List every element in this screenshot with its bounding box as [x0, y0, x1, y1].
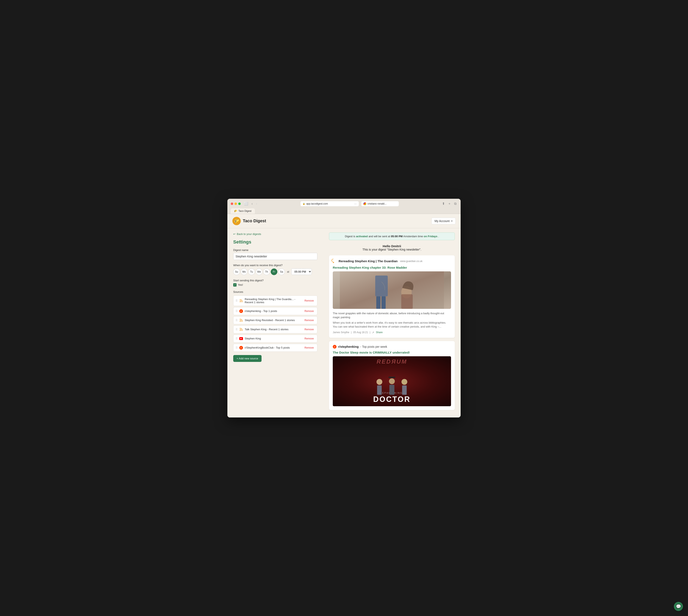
- share-link[interactable]: Share: [376, 331, 383, 334]
- source-item-reddit-skbc: ⠿ r r/StephenKingBookClub - Top 5 posts …: [233, 344, 317, 352]
- doctor-sleep-bg: REDЯUM: [333, 356, 451, 406]
- guardian-article-title[interactable]: Rereading Stephen King chapter 33: Rose …: [333, 266, 451, 269]
- browser-nav-icons: ⬜ ‹ ›: [243, 201, 258, 206]
- rss-card-icon-guardian: [333, 259, 337, 263]
- source-name-revisited: Stephen King Revisited - Recent 1 storie…: [245, 318, 302, 322]
- day-sa[interactable]: Sa: [278, 268, 285, 275]
- source-name-reddit-sk: r/stephenking - Top 1 posts: [245, 309, 302, 313]
- app-name: Taco Digest: [243, 219, 266, 223]
- close-button[interactable]: [231, 202, 233, 205]
- source-item-talk: ⠿ Talk Stephen King - Recent 1 stories R…: [233, 326, 317, 333]
- browser-tabs: 🌮 Taco Digest: [231, 208, 457, 214]
- reddit-card: r r/stephenking - Top posts per week The…: [329, 341, 455, 410]
- reddit-card-header: r r/stephenking - Top posts per week: [333, 345, 451, 349]
- day-tu[interactable]: Tu: [248, 268, 255, 275]
- back-link-text: Back to your digests: [237, 233, 261, 236]
- source-item-guardian: ⠿ Rereading Stephen King | The Guardia..…: [233, 295, 317, 306]
- minimize-button[interactable]: [235, 202, 237, 205]
- guardian-article-meta: James Smythe | 05 Aug 16:21 | ↗ Share: [333, 331, 451, 334]
- address-bar-more-icon[interactable]: ···: [354, 202, 357, 205]
- guardian-article-description: The novel grapples with the nature of do…: [333, 311, 451, 320]
- share-icon: ↗: [372, 331, 374, 334]
- settings-title: Settings: [233, 239, 317, 245]
- reddit-post-title[interactable]: The Doctor Sleep movie is CRIMINALLY und…: [333, 351, 451, 354]
- tab-overview-icon[interactable]: ⧉: [453, 201, 457, 206]
- source-name-reddit-skbc: r/StephenKingBookClub - Top 5 posts: [245, 346, 302, 349]
- yes-label: Yes!: [238, 283, 243, 286]
- greeting-name: Hello Dmitrii: [329, 244, 455, 248]
- active-tab[interactable]: 🌮 Taco Digest: [231, 208, 255, 214]
- source-item-youtube: ⠿ ▶ Stephen King Remove: [233, 335, 317, 343]
- logo-area: 🌮 Taco Digest: [232, 217, 266, 225]
- tab-favicon: 🌮: [234, 210, 237, 213]
- rss-icon-talk: [239, 328, 243, 331]
- guardian-article-image: [333, 271, 451, 309]
- status-period: .: [438, 235, 439, 238]
- chat-bubble-button[interactable]: 💬: [674, 602, 683, 611]
- remove-guardian-button[interactable]: Remove: [303, 299, 315, 303]
- back-nav-icon[interactable]: ‹: [251, 201, 253, 206]
- remove-talk-button[interactable]: Remove: [303, 328, 315, 331]
- remove-youtube-button[interactable]: Remove: [303, 337, 315, 340]
- drag-handle-icon[interactable]: ⠿: [236, 328, 238, 331]
- back-to-digests-link[interactable]: ↩ Back to your digests: [233, 233, 317, 236]
- digest-name-section: Digest name: [233, 248, 317, 260]
- doctor-text: DOCTOR: [373, 395, 410, 404]
- lock-icon: 🔒: [303, 202, 305, 205]
- address-bar[interactable]: 🔒 app.tacodigest.com ···: [300, 201, 359, 206]
- url-text: app.tacodigest.com: [306, 202, 328, 205]
- add-new-source-button[interactable]: + Add new source: [233, 355, 261, 362]
- remove-revisited-button[interactable]: Remove: [303, 318, 315, 322]
- drag-handle-icon[interactable]: ⠿: [236, 309, 238, 313]
- day-su[interactable]: Su: [233, 268, 240, 275]
- remove-reddit-skbc-button[interactable]: Remove: [303, 346, 315, 350]
- status-middle: and will be sent at: [369, 235, 391, 238]
- chat-bubble-icon: 💬: [676, 604, 681, 609]
- days-row: Su Mo Tu We Th Fr Sa at 05:00 PM: [233, 268, 317, 275]
- remove-reddit-sk-button[interactable]: Remove: [303, 309, 315, 313]
- drag-handle-icon[interactable]: ⠿: [236, 299, 238, 302]
- app-layout: 🌮 Taco Digest My Account ▾ ↩ Back to you…: [228, 214, 460, 417]
- digest-greeting: Hello Dmitrii This is your digest "Steph…: [329, 244, 455, 251]
- browser-window: ⬜ ‹ › 🔒 app.tacodigest.com ··· cristiano…: [228, 199, 460, 417]
- greeting-desc: This is your digest "Stephen King newsle…: [329, 248, 455, 251]
- at-label: at: [287, 270, 289, 273]
- days-section: When do you want to receive this digest?…: [233, 264, 317, 275]
- day-we[interactable]: We: [256, 268, 262, 275]
- guardian-article-body: When you look at a writer's work from af…: [333, 321, 451, 329]
- source-item-reddit-sk: ⠿ r r/stephenking - Top 1 posts Remove: [233, 307, 317, 315]
- google-icon: [363, 202, 366, 205]
- digest-name-label: Digest name: [233, 248, 317, 251]
- digest-name-input[interactable]: [233, 253, 317, 260]
- time-select[interactable]: 05:00 PM: [291, 268, 312, 275]
- add-source-label: + Add new source: [237, 357, 258, 360]
- forward-nav-icon: ›: [255, 201, 258, 206]
- reddit-source-desc: - Top posts per week: [360, 345, 387, 348]
- search-bar[interactable]: cristiano ronald...: [361, 201, 399, 206]
- start-checkbox[interactable]: [233, 283, 237, 287]
- day-th[interactable]: Th: [263, 268, 270, 275]
- svg-point-0: [240, 301, 240, 302]
- new-tab-icon[interactable]: +: [448, 201, 451, 206]
- source-name-guardian: Rereading Stephen King | The Guardia... …: [245, 298, 302, 304]
- drag-handle-icon[interactable]: ⠿: [236, 337, 238, 340]
- share-browser-icon[interactable]: ⬆: [441, 201, 446, 206]
- drag-handle-icon[interactable]: ⠿: [236, 318, 238, 322]
- doctor-sleep-image: REDЯUM: [333, 356, 451, 406]
- sidebar-toggle-icon[interactable]: ⬜: [243, 201, 249, 206]
- right-panel: Digest is activated and will be sent at …: [323, 228, 460, 417]
- day-mo[interactable]: Mo: [241, 268, 248, 275]
- chevron-down-icon: ▾: [451, 220, 452, 222]
- digest-status-banner: Digest is activated and will be sent at …: [329, 233, 455, 240]
- drag-handle-icon[interactable]: ⠿: [236, 346, 238, 349]
- browser-right-icons: ⬆ + ⧉: [441, 201, 457, 206]
- checkbox-row: Yes!: [233, 283, 317, 287]
- status-time-suffix: Amsterdam time: [403, 235, 424, 238]
- svg-point-1: [240, 321, 240, 322]
- when-label: When do you want to receive this digest?: [233, 264, 317, 267]
- maximize-button[interactable]: [238, 202, 241, 205]
- left-panel: ↩ Back to your digests Settings Digest n…: [228, 228, 323, 417]
- my-account-button[interactable]: My Account ▾: [431, 218, 456, 224]
- day-fr[interactable]: Fr: [271, 268, 277, 275]
- meta-separator2: |: [370, 331, 370, 334]
